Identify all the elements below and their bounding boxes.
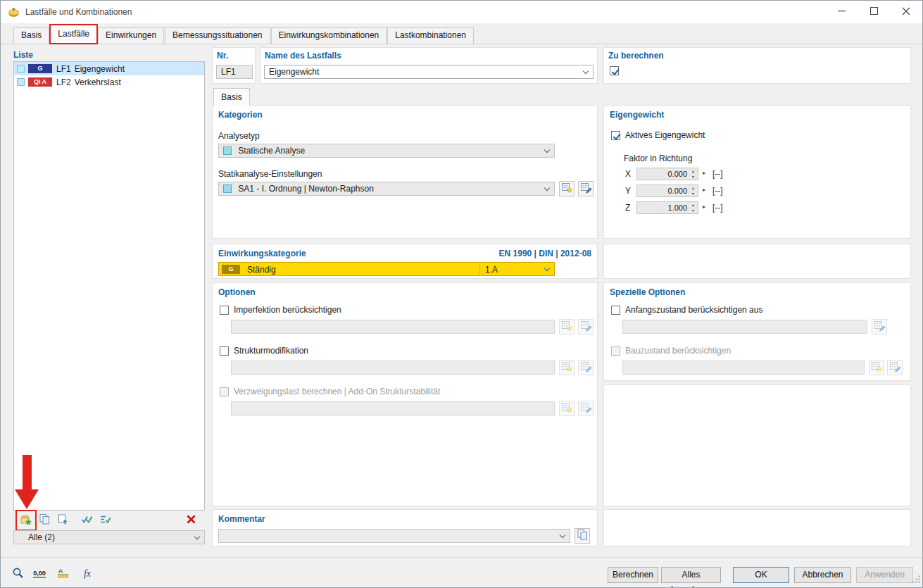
analysis-type-icon [223,146,232,155]
copy-icon [577,529,589,543]
spinner-icon[interactable]: ▴▾ [689,202,697,213]
copy-kommentar-button[interactable] [574,528,590,544]
new-loadcase-button[interactable] [18,512,34,529]
spinner-icon[interactable]: ▴▾ [689,185,697,196]
factor-x-axis: X [625,169,631,179]
name-panel: Name des Lastfalls Eigengewicht [260,47,598,84]
factor-y-input[interactable]: 0.000 ▴▾ [636,184,698,197]
formula-button[interactable]: fx [78,565,96,582]
zu-berechnen-label: Zu berechnen [608,51,664,61]
loadcase-color-swatch [17,78,25,86]
nr-value: LF1 [221,67,236,77]
chevron-down-icon [544,185,550,191]
factor-z-input[interactable]: 1.000 ▴▾ [636,201,698,214]
einwirkungskategorie-select[interactable]: G Ständig 1.A [218,262,555,276]
app-icon [8,6,20,18]
edit-analysis-settings-button[interactable] [578,181,594,196]
edit-strukturmodifikation-button[interactable] [578,360,594,375]
new-verzweigungslast-button [559,401,574,416]
tab-bemessungssituationen[interactable]: Bemessungssituationen [165,27,270,44]
name-label: Name des Lastfalls [265,51,341,61]
berechnen-button[interactable]: Berechnen [608,567,658,583]
delete-x-icon [186,514,196,527]
bauzustand-checkbox [611,346,620,356]
optionen-title: Optionen [218,287,256,297]
close-button[interactable] [890,1,922,23]
annotation-arrow [23,455,32,490]
table-edit-icon [580,182,592,196]
spinner-icon[interactable]: ▴▾ [689,168,697,180]
flyout-arrow-icon[interactable]: ▸ [703,187,705,193]
strukturmodifikation-checkbox[interactable] [220,346,229,356]
flyout-arrow-icon[interactable]: ▸ [703,204,705,210]
tab-lastkombinationen[interactable]: Lastkombinationen [387,27,474,44]
edit-anfangszustand-button[interactable] [872,319,887,334]
new-imperfektion-button[interactable] [559,319,574,334]
edit-imperfektion-button[interactable] [578,319,594,334]
detail-tab-basis[interactable]: Basis [213,88,250,106]
factor-x-unit: [--] [712,169,723,179]
view-settings-button[interactable] [9,565,27,582]
check-selection-button[interactable] [96,512,113,529]
loadcase-name-select[interactable]: Eigengewicht [264,65,594,79]
norm-label: EN 1990 | DIN | 2012-08 [499,249,591,258]
maximize-button[interactable] [858,1,890,23]
list-filter-select[interactable]: Alle (2) [13,530,205,544]
analysetyp-select[interactable]: Statische Analyse [218,144,555,158]
list-item-lf1[interactable]: G LF1 Eigengewicht [14,62,204,75]
kommentar-select[interactable] [218,529,570,543]
loadcase-listbox[interactable]: G LF1 Eigengewicht QI A LF2 Verkehrslast [13,61,205,511]
aktives-eigengewicht-checkbox[interactable] [611,131,620,140]
check-list-icon [99,513,111,527]
minimize-button[interactable] [825,1,858,23]
factor-y-axis: Y [625,186,631,196]
eigengewicht-panel: Eigengewicht Aktives Eigengewicht Faktor… [603,105,911,239]
empty-panel [603,384,911,506]
flyout-arrow-icon[interactable]: ▸ [703,170,705,176]
abbrechen-button[interactable]: Abbrechen [794,567,851,583]
edit-verzweigungslast-button [578,401,594,416]
faktor-label: Faktor in Richtung [624,154,692,163]
anfangszustand-field [622,320,867,334]
delete-loadcase-button[interactable] [182,512,199,529]
imperfektion-checkbox[interactable] [220,306,229,315]
tab-einwirkungen[interactable]: Einwirkungen [98,27,164,44]
formula-icon: fx [84,568,91,580]
main-tabstrip: Basis Lastfälle Einwirkungen Bemessungss… [1,23,922,44]
import-loadcase-button[interactable] [54,512,71,529]
anfangszustand-checkbox[interactable] [611,306,620,315]
new-analysis-settings-button[interactable] [559,181,574,196]
list-item-lf2[interactable]: QI A LF2 Verkehrslast [14,75,204,89]
nr-label: Nr. [217,51,228,61]
copy-loadcase-button[interactable] [36,512,53,529]
new-strukturmodifikation-button[interactable] [559,360,574,375]
tab-lastfaelle[interactable]: Lastfälle [50,25,97,44]
resize-grip[interactable] [912,575,921,586]
units-button[interactable]: A [54,565,73,582]
kommentar-panel: Kommentar [212,509,598,546]
einwirkungskategorie-title: Einwirkungskategorie [218,249,306,258]
import-icon [57,513,69,527]
statikanalyse-select[interactable]: SA1 - I. Ordnung | Newton-Raphson [218,182,555,196]
category-badge-qa: QI A [28,77,52,87]
optionen-panel: Optionen Imperfektion berücksichtigen St… [212,282,598,506]
zu-berechnen-checkbox[interactable] [610,66,619,75]
check-all-button[interactable] [78,512,95,529]
factor-x-value: 0.000 [667,170,687,178]
table-new-icon [561,401,573,415]
analysetyp-value: Statische Analyse [238,146,305,156]
decimal-places-button[interactable]: 0,00 [30,565,49,582]
table-edit-icon [580,401,592,415]
factor-x-input[interactable]: 0.000 ▴▾ [636,168,698,180]
alles-berechnen-button[interactable]: Alles berechnen [661,567,721,583]
table-edit-icon [580,361,592,375]
table-new-icon [871,361,883,375]
spezielle-optionen-title: Spezielle Optionen [610,287,685,297]
loadcase-name: Eigengewicht [75,64,125,74]
tab-basis[interactable]: Basis [13,27,49,44]
window-controls [825,1,922,23]
tab-einwirkungskombinationen[interactable]: Einwirkungskombinationen [271,27,387,44]
bauzustand-label: Bauzustand berücksichtigen [625,346,731,356]
edit-bauzustand-button [887,360,903,375]
ok-button[interactable]: OK [733,567,789,583]
